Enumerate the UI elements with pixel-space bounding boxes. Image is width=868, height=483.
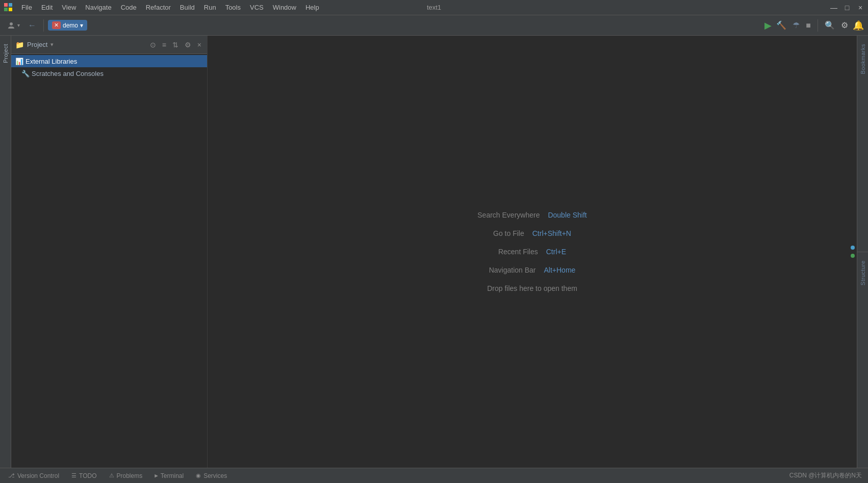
notification-icon[interactable]: 🔔 (853, 20, 864, 31)
project-folder-icon: 📁 (15, 41, 24, 49)
toolbar: ▾ ← ✕ demo ▾ ▶ 🔨 ☂ ■ 🔍 ⚙ 🔔 (0, 15, 868, 36)
minimize-button[interactable]: — (830, 4, 837, 11)
run-button[interactable]: ▶ (764, 20, 772, 31)
welcome-line-goto: Go to File Ctrl+Shift+N (493, 229, 571, 237)
recent-files-shortcut: Ctrl+E (546, 248, 566, 256)
editor-welcome-screen: Search Everywhere Double Shift Go to Fil… (208, 36, 857, 468)
toolbar-user-icon[interactable]: ▾ (4, 20, 23, 31)
scratches-label: Scratches and Consoles (32, 70, 104, 77)
run-config-dropdown-icon: ▾ (80, 22, 83, 29)
build-button[interactable]: 🔨 (775, 19, 788, 32)
search-everywhere-label: Search Everywhere (477, 211, 540, 219)
project-tree: 📊 External Libraries 🔧 Scratches and Con… (11, 54, 207, 468)
services-icon: ◉ (196, 472, 201, 479)
external-libraries-label: External Libraries (25, 58, 77, 65)
menu-refactor[interactable]: Refactor (142, 3, 175, 12)
run-config-selector[interactable]: ✕ demo ▾ (48, 20, 87, 31)
welcome-line-navbar: Navigation Bar Alt+Home (489, 266, 576, 274)
main-layout: Project 📁 Project ▾ ⊙ ≡ ⇅ ⚙ × 📊 External… (0, 36, 868, 468)
menu-help[interactable]: Help (301, 3, 323, 12)
todo-icon: ☰ (71, 472, 76, 479)
menu-vcs[interactable]: VCS (246, 3, 268, 12)
bottom-tab-terminal[interactable]: ▶ Terminal (148, 468, 190, 484)
project-locate-icon[interactable]: ⊙ (148, 40, 158, 50)
version-control-icon: ⎇ (8, 472, 15, 479)
terminal-label: Terminal (161, 472, 184, 479)
project-title-dropdown[interactable]: ▾ (50, 41, 54, 48)
menu-view[interactable]: View (58, 3, 80, 12)
app-logo (4, 3, 13, 12)
maximize-button[interactable]: □ (844, 4, 851, 11)
editor-area: Search Everywhere Double Shift Go to Fil… (208, 36, 857, 468)
project-side-tab[interactable]: Project (2, 40, 10, 67)
project-settings-icon[interactable]: ⚙ (183, 40, 193, 50)
project-panel-header: 📁 Project ▾ ⊙ ≡ ⇅ ⚙ × (11, 36, 207, 54)
bottom-tab-services[interactable]: ◉ Services (190, 468, 233, 484)
bottom-tab-todo[interactable]: ☰ TODO (65, 468, 103, 484)
tree-item-external-libraries[interactable]: 📊 External Libraries (11, 55, 207, 67)
hint-dot-blue (851, 246, 855, 250)
welcome-line-drop: Drop files here to open them (487, 284, 577, 292)
svg-rect-3 (9, 8, 12, 11)
scratches-icon: 🔧 (21, 70, 30, 77)
window-controls: — □ × (830, 4, 864, 11)
svg-rect-2 (4, 8, 8, 11)
bottom-tab-problems[interactable]: ⚠ Problems (103, 468, 149, 484)
editor-right-hints (849, 244, 857, 260)
toolbar-separator-2 (818, 19, 818, 32)
bottom-tab-version-control[interactable]: ⎇ Version Control (2, 468, 65, 484)
services-label: Services (203, 472, 227, 479)
close-button[interactable]: × (857, 4, 864, 11)
ide-settings-icon[interactable]: ⚙ (839, 19, 850, 32)
run-config-name: demo (63, 22, 78, 29)
goto-file-shortcut: Ctrl+Shift+N (532, 229, 571, 237)
menu-tools[interactable]: Tools (221, 3, 245, 12)
svg-point-4 (10, 22, 13, 25)
left-side-panel-tab: Project (0, 36, 11, 468)
welcome-line-recent: Recent Files Ctrl+E (498, 248, 566, 256)
project-expand-icon[interactable]: ⇅ (171, 40, 180, 50)
search-everywhere-shortcut: Double Shift (548, 211, 586, 219)
toolbar-right-actions: ▶ 🔨 ☂ ■ 🔍 ⚙ 🔔 (764, 19, 864, 32)
menu-window[interactable]: Window (269, 3, 300, 12)
welcome-line-search: Search Everywhere Double Shift (477, 211, 586, 219)
todo-label: TODO (79, 472, 96, 479)
project-collapse-all-icon[interactable]: ≡ (161, 40, 168, 50)
window-title: text1 (427, 4, 441, 11)
project-close-icon[interactable]: × (196, 40, 203, 50)
bottom-right-text: CSDN @计算机内卷的N天 (789, 471, 866, 480)
bookmarks-side-tab[interactable]: Bookmarks (859, 40, 867, 78)
svg-rect-1 (9, 3, 12, 7)
problems-label: Problems (117, 472, 143, 479)
project-title-label: Project (27, 41, 47, 48)
stop-button[interactable]: ■ (804, 19, 812, 32)
terminal-icon: ▶ (155, 472, 158, 479)
goto-file-label: Go to File (493, 229, 524, 237)
coverage-button[interactable]: ☂ (791, 19, 801, 32)
external-libraries-icon: 📊 (15, 58, 23, 65)
navigation-bar-shortcut: Alt+Home (544, 266, 575, 274)
menu-navigate[interactable]: Navigate (81, 3, 115, 12)
menu-build[interactable]: Build (176, 3, 199, 12)
drop-files-label: Drop files here to open them (487, 284, 577, 292)
menu-run[interactable]: Run (200, 3, 220, 12)
svg-rect-0 (4, 3, 8, 7)
recent-files-label: Recent Files (498, 248, 538, 256)
version-control-label: Version Control (17, 472, 59, 479)
menu-file[interactable]: File (17, 3, 36, 12)
toolbar-back-button[interactable]: ← (25, 19, 39, 32)
menu-code[interactable]: Code (117, 3, 141, 12)
tree-item-scratches[interactable]: 🔧 Scratches and Consoles (11, 67, 207, 79)
menu-edit[interactable]: Edit (37, 3, 57, 12)
title-bar: File Edit View Navigate Code Refactor Bu… (0, 0, 868, 15)
bottom-bar: ⎇ Version Control ☰ TODO ⚠ Problems ▶ Te… (0, 468, 868, 483)
structure-side-tab[interactable]: Structure (859, 256, 867, 289)
run-config-error-badge: ✕ (52, 21, 61, 29)
hint-dot-green (851, 254, 855, 258)
toolbar-separator-1 (43, 19, 44, 32)
project-panel: 📁 Project ▾ ⊙ ≡ ⇅ ⚙ × 📊 External Librari… (11, 36, 208, 468)
search-everywhere-icon[interactable]: 🔍 (823, 19, 836, 32)
project-panel-title: 📁 Project ▾ (15, 41, 145, 49)
menu-bar: File Edit View Navigate Code Refactor Bu… (17, 3, 830, 12)
problems-icon: ⚠ (109, 472, 114, 479)
